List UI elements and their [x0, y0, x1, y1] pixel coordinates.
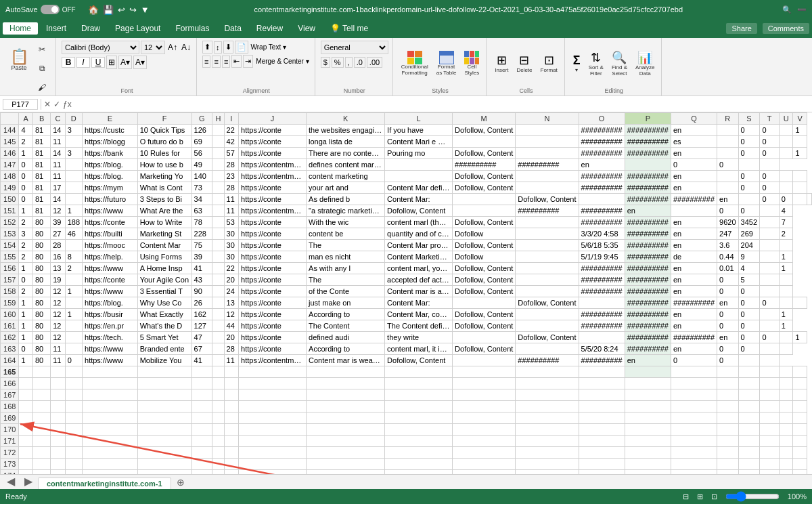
table-cell[interactable]	[191, 366, 212, 378]
formula-input[interactable]	[74, 100, 809, 109]
col-header-U[interactable]: U	[779, 113, 793, 125]
table-cell[interactable]: defined audi	[307, 332, 385, 343]
table-cell[interactable]	[239, 436, 307, 447]
table-cell[interactable]: Dofollow, Content	[516, 194, 579, 205]
table-cell[interactable]: 19	[51, 274, 65, 286]
table-cell[interactable]	[65, 424, 82, 436]
table-cell[interactable]	[717, 171, 738, 182]
table-cell[interactable]: 12	[224, 309, 238, 320]
table-cell[interactable]: ##########	[579, 125, 625, 136]
table-cell[interactable]: 81	[32, 136, 50, 148]
dropdown-icon[interactable]: ▼	[141, 5, 150, 15]
table-cell[interactable]: 1	[793, 148, 807, 159]
table-cell[interactable]: 0	[671, 159, 717, 171]
table-cell[interactable]	[307, 470, 385, 475]
table-cell[interactable]: en	[717, 297, 738, 309]
table-cell[interactable]	[212, 148, 224, 159]
table-cell[interactable]	[779, 136, 793, 148]
table-cell[interactable]	[453, 459, 516, 470]
table-cell[interactable]: 39	[51, 217, 65, 228]
table-cell[interactable]: ##########	[625, 182, 671, 194]
table-cell[interactable]	[760, 424, 779, 436]
table-cell[interactable]: 2	[779, 228, 793, 240]
table-cell[interactable]	[65, 136, 82, 148]
table-cell[interactable]: https://tech.	[83, 332, 138, 343]
table-cell[interactable]	[579, 378, 625, 389]
table-cell[interactable]: en	[671, 171, 717, 182]
table-cell[interactable]: Content mar is a strategic	[385, 286, 453, 297]
table-cell[interactable]: 0	[19, 182, 32, 194]
table-cell[interactable]: ##########	[625, 217, 671, 228]
table-cell[interactable]: ##########	[671, 297, 717, 309]
analyze-data-button[interactable]: 📊 AnalyzeData	[633, 49, 657, 79]
table-cell[interactable]	[760, 366, 779, 378]
table-cell[interactable]: they write	[385, 332, 453, 343]
table-cell[interactable]	[137, 436, 191, 447]
table-cell[interactable]	[212, 401, 224, 412]
table-cell[interactable]: 247	[717, 228, 738, 240]
table-cell[interactable]	[516, 136, 579, 148]
table-cell[interactable]	[625, 470, 671, 475]
table-cell[interactable]	[793, 366, 807, 378]
table-cell[interactable]: https://conte	[239, 136, 307, 148]
increase-decimal-button[interactable]: .00	[367, 57, 382, 68]
table-cell[interactable]: 81	[32, 148, 50, 159]
table-cell[interactable]: 1	[65, 309, 82, 320]
table-cell[interactable]: 0	[738, 148, 760, 159]
table-cell[interactable]	[137, 366, 191, 378]
table-cell[interactable]: Why Use Co	[137, 297, 191, 309]
table-cell[interactable]	[760, 470, 779, 475]
table-cell[interactable]: https://futuro	[83, 194, 138, 205]
table-cell[interactable]: 80	[32, 332, 50, 343]
table-cell[interactable]	[779, 343, 793, 355]
table-cell[interactable]: ##########	[625, 286, 671, 297]
row-number[interactable]: 155	[1, 251, 19, 263]
table-cell[interactable]: 1	[779, 309, 793, 320]
table-cell[interactable]: The Content defines conten	[385, 320, 453, 332]
autosum-button[interactable]: Σ ▾	[570, 52, 583, 75]
table-cell[interactable]: 44	[224, 320, 238, 332]
table-cell[interactable]	[191, 459, 212, 470]
table-cell[interactable]: Dofollow, Content	[453, 263, 516, 274]
table-cell[interactable]: 80	[32, 228, 50, 240]
table-cell[interactable]: ##########	[579, 309, 625, 320]
table-cell[interactable]	[51, 470, 65, 475]
table-cell[interactable]	[625, 436, 671, 447]
table-cell[interactable]: 12	[51, 320, 65, 332]
table-cell[interactable]	[212, 274, 224, 286]
table-cell[interactable]	[760, 447, 779, 459]
table-cell[interactable]: The	[307, 274, 385, 286]
table-cell[interactable]	[191, 401, 212, 412]
col-header-O[interactable]: O	[579, 113, 625, 125]
table-cell[interactable]: Content mar is weaponize	[307, 355, 385, 366]
table-cell[interactable]: 0	[738, 309, 760, 320]
table-cell[interactable]	[453, 401, 516, 412]
comments-button[interactable]: Comments	[763, 23, 809, 34]
table-cell[interactable]: en	[717, 332, 738, 343]
table-cell[interactable]	[717, 366, 738, 378]
table-cell[interactable]: 1	[779, 320, 793, 332]
table-cell[interactable]	[19, 378, 32, 389]
table-cell[interactable]: ##########	[579, 171, 625, 182]
table-cell[interactable]: 1	[19, 332, 32, 343]
row-number[interactable]: 172	[1, 447, 19, 459]
table-cell[interactable]: 78	[191, 217, 212, 228]
table-cell[interactable]: 30	[224, 228, 238, 240]
search-icon[interactable]: 🔍	[782, 5, 792, 14]
table-cell[interactable]: https://blog.	[83, 171, 138, 182]
table-cell[interactable]: content marl, you should	[385, 263, 453, 274]
table-cell[interactable]	[760, 343, 779, 355]
table-cell[interactable]: 4	[738, 263, 760, 274]
table-cell[interactable]	[760, 205, 779, 217]
table-cell[interactable]: Content Mari e Copyblogg	[385, 136, 453, 148]
table-cell[interactable]	[212, 447, 224, 459]
table-cell[interactable]	[307, 447, 385, 459]
table-cell[interactable]	[83, 366, 138, 378]
table-cell[interactable]	[212, 343, 224, 355]
table-cell[interactable]: ##########	[579, 274, 625, 286]
table-cell[interactable]: A Home Insp	[137, 263, 191, 274]
table-cell[interactable]: 80	[32, 320, 50, 332]
table-cell[interactable]: 11	[224, 205, 238, 217]
col-header-Q[interactable]: Q	[671, 113, 717, 125]
table-cell[interactable]	[793, 459, 807, 470]
